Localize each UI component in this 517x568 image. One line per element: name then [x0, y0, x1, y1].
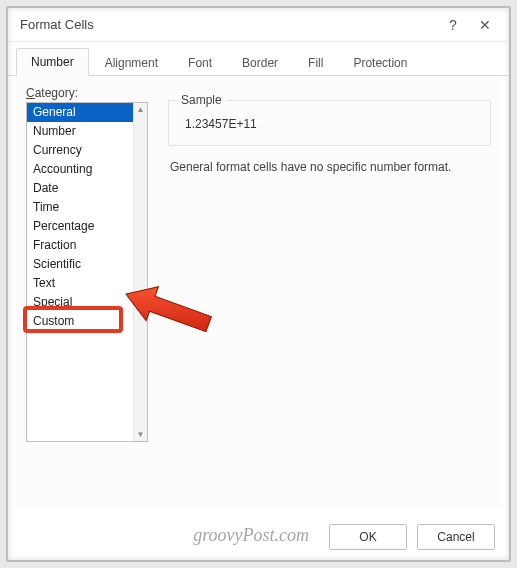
tab-font[interactable]: Font: [174, 50, 226, 76]
format-description: General format cells have no specific nu…: [168, 160, 491, 174]
sample-legend: Sample: [177, 93, 226, 107]
tab-strip: NumberAlignmentFontBorderFillProtection: [8, 42, 509, 76]
cancel-button[interactable]: Cancel: [417, 524, 495, 550]
dialog-footer: OK Cancel: [329, 524, 495, 550]
category-item-percentage[interactable]: Percentage: [27, 217, 133, 236]
details-column: Sample 1.23457E+11 General format cells …: [168, 86, 491, 496]
category-scrollbar[interactable]: ▲ ▼: [133, 103, 147, 441]
tab-border[interactable]: Border: [228, 50, 292, 76]
scroll-up-icon[interactable]: ▲: [137, 105, 145, 114]
category-item-general[interactable]: General: [27, 103, 133, 122]
window-title: Format Cells: [20, 17, 437, 32]
ok-button[interactable]: OK: [329, 524, 407, 550]
scroll-down-icon[interactable]: ▼: [137, 430, 145, 439]
watermark: groovyPost.com: [193, 525, 309, 546]
title-bar: Format Cells ? ✕: [8, 8, 509, 42]
category-item-time[interactable]: Time: [27, 198, 133, 217]
category-item-custom[interactable]: Custom: [27, 312, 133, 331]
help-icon[interactable]: ?: [437, 11, 469, 39]
format-cells-dialog: Format Cells ? ✕ NumberAlignmentFontBord…: [6, 6, 511, 562]
category-label: Category:: [26, 86, 154, 100]
category-item-special[interactable]: Special: [27, 293, 133, 312]
tab-fill[interactable]: Fill: [294, 50, 337, 76]
category-item-scientific[interactable]: Scientific: [27, 255, 133, 274]
close-icon[interactable]: ✕: [469, 11, 501, 39]
tab-number[interactable]: Number: [16, 48, 89, 76]
category-item-fraction[interactable]: Fraction: [27, 236, 133, 255]
sample-value: 1.23457E+11: [181, 109, 478, 133]
category-item-number[interactable]: Number: [27, 122, 133, 141]
tab-alignment[interactable]: Alignment: [91, 50, 172, 76]
number-tab-panel: Category: GeneralNumberCurrencyAccountin…: [16, 76, 501, 506]
category-item-date[interactable]: Date: [27, 179, 133, 198]
tab-protection[interactable]: Protection: [339, 50, 421, 76]
category-item-currency[interactable]: Currency: [27, 141, 133, 160]
category-item-text[interactable]: Text: [27, 274, 133, 293]
sample-groupbox: Sample 1.23457E+11: [168, 100, 491, 146]
category-listbox[interactable]: GeneralNumberCurrencyAccountingDateTimeP…: [26, 102, 148, 442]
category-item-accounting[interactable]: Accounting: [27, 160, 133, 179]
category-column: Category: GeneralNumberCurrencyAccountin…: [26, 86, 154, 496]
